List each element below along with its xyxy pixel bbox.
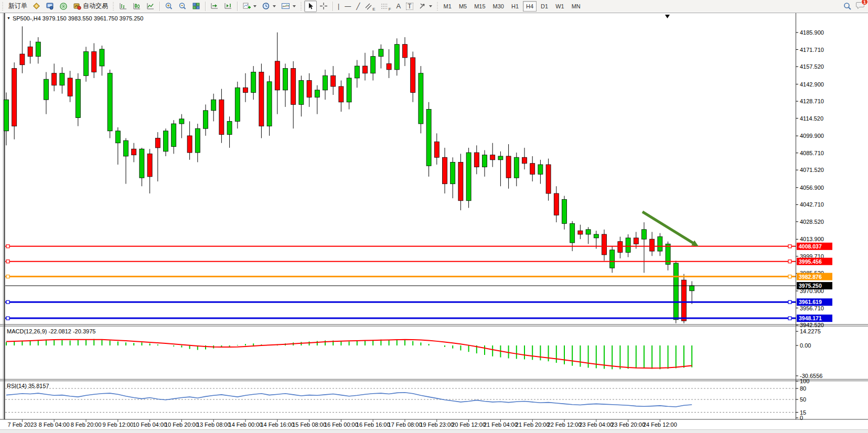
candle-body[interactable] [650, 239, 655, 251]
candle-body[interactable] [147, 154, 152, 177]
line-anchor-marker[interactable] [6, 260, 9, 263]
candle-body[interactable] [251, 72, 256, 92]
candle-body[interactable] [434, 142, 439, 157]
candle-body[interactable] [690, 286, 694, 291]
candle-body[interactable] [331, 75, 336, 86]
candle-body[interactable] [315, 90, 319, 98]
candle-body[interactable] [498, 156, 503, 160]
candle-body[interactable] [100, 49, 104, 66]
candle-body[interactable] [12, 69, 17, 126]
new-order-button[interactable]: 新订单 [6, 1, 30, 12]
candle-body[interactable] [363, 66, 368, 73]
candle-body[interactable] [682, 280, 687, 321]
candle-body[interactable] [227, 121, 232, 134]
channel-tool-button[interactable]: E [362, 1, 378, 12]
auto-scroll-button[interactable] [208, 1, 221, 12]
candle-body[interactable] [195, 128, 200, 153]
zoom-out-button[interactable] [176, 1, 189, 12]
candle-body[interactable] [602, 234, 607, 255]
candle-body[interactable] [514, 157, 519, 178]
candle-body[interactable] [140, 149, 144, 178]
candle-body[interactable] [403, 45, 408, 58]
text-tool-button[interactable]: A [394, 1, 404, 12]
candle-body[interactable] [60, 73, 65, 85]
candle-body[interactable] [642, 230, 647, 239]
candle-body[interactable] [554, 193, 559, 215]
candle-body[interactable] [283, 69, 288, 90]
candle-body[interactable] [84, 51, 89, 75]
candle-body[interactable] [355, 66, 359, 78]
cursor-tool-button[interactable] [304, 1, 317, 12]
timeframe-m30[interactable]: M30 [490, 1, 507, 12]
candle-body[interactable] [594, 234, 598, 238]
candle-body[interactable] [586, 230, 591, 234]
chart-shift-button[interactable] [221, 1, 235, 12]
candle-body[interactable] [483, 155, 487, 167]
candle-body[interactable] [235, 88, 240, 121]
line-anchor-marker[interactable] [788, 317, 791, 320]
zoom-in-button[interactable] [162, 1, 176, 12]
candle-body[interactable] [466, 153, 471, 201]
crosshair-tool-button[interactable] [317, 1, 330, 12]
candle-body[interactable] [339, 86, 344, 102]
candle-body[interactable] [219, 100, 224, 134]
fibonacci-tool-button[interactable]: F [378, 1, 394, 12]
candle-body[interactable] [394, 45, 399, 70]
candle-body[interactable] [28, 47, 33, 56]
candle-body[interactable] [275, 61, 280, 90]
candle-body[interactable] [68, 78, 72, 96]
candle-body[interactable] [164, 131, 168, 151]
candle-body[interactable] [411, 58, 415, 92]
candle-body[interactable] [371, 57, 376, 73]
line-chart-mode-button[interactable] [144, 1, 157, 12]
candle-body[interactable] [323, 75, 328, 90]
candle-body[interactable] [458, 162, 463, 200]
candlestick-mode-button[interactable] [130, 1, 144, 12]
candle-body[interactable] [211, 100, 216, 111]
candle-body[interactable] [490, 155, 495, 160]
templates-button[interactable] [278, 1, 298, 12]
timeframe-w1[interactable]: W1 [552, 1, 567, 12]
line-anchor-marker[interactable] [788, 245, 791, 248]
candle-body[interactable] [426, 110, 431, 166]
autotrading-button[interactable]: 自动交易 [70, 1, 111, 12]
chart-window[interactable]: 4185.9004171.7104157.5204142.9004128.710… [0, 12, 868, 433]
timeframe-m1[interactable]: M1 [441, 1, 455, 12]
candle-body[interactable] [562, 199, 567, 223]
timeframe-h1[interactable]: H1 [508, 1, 522, 12]
notifications-button[interactable]: 1 [856, 1, 865, 11]
periods-button[interactable] [259, 1, 278, 12]
vertical-line-tool-button[interactable]: | [335, 1, 342, 12]
candle-body[interactable] [451, 162, 455, 183]
candle-body[interactable] [187, 136, 192, 153]
candle-body[interactable] [243, 88, 248, 92]
line-anchor-marker[interactable] [6, 275, 9, 278]
line-anchor-marker[interactable] [788, 300, 791, 304]
candle-body[interactable] [658, 237, 662, 252]
line-anchor-marker[interactable] [6, 317, 9, 320]
line-anchor-marker[interactable] [788, 260, 791, 263]
candle-body[interactable] [610, 250, 615, 268]
candle-body[interactable] [618, 242, 623, 253]
chart-canvas[interactable]: 4185.9004171.7104157.5204142.9004128.710… [0, 12, 868, 433]
line-anchor-marker[interactable] [788, 275, 791, 278]
candle-body[interactable] [578, 231, 583, 234]
timeframe-m15[interactable]: M15 [471, 1, 488, 12]
horizontal-line-tool-button[interactable]: — [342, 1, 353, 12]
collapse-triangle-icon[interactable]: ▼ [7, 16, 10, 20]
candle-body[interactable] [92, 51, 97, 72]
bar-chart-mode-button[interactable] [116, 1, 130, 12]
candle-body[interactable] [259, 72, 264, 126]
candle-body[interactable] [474, 153, 479, 167]
candle-body[interactable] [179, 119, 184, 124]
candle-body[interactable] [299, 80, 304, 104]
candle-body[interactable] [538, 165, 543, 174]
candle-body[interactable] [530, 164, 535, 175]
candle-body[interactable] [76, 79, 80, 117]
candle-body[interactable] [36, 42, 40, 57]
toolbar-drag-handle[interactable] [300, 2, 303, 10]
signals-button[interactable] [57, 1, 70, 12]
candle-body[interactable] [291, 69, 296, 105]
timeframe-h4[interactable]: H4 [523, 1, 537, 12]
timeframe-mn[interactable]: MN [569, 1, 584, 12]
